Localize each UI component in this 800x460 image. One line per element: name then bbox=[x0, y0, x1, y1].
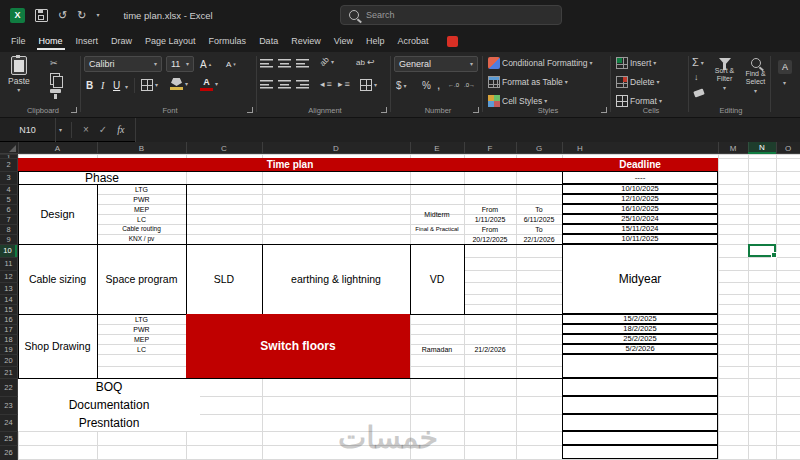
row-header-13[interactable]: 13 bbox=[0, 282, 17, 294]
increase-font-button[interactable]: A ▴ bbox=[200, 59, 211, 70]
underline-chevron-icon[interactable]: ▾ bbox=[125, 84, 128, 90]
orientation-button[interactable]: ab ▾ bbox=[320, 57, 334, 66]
styles-dialog-launcher[interactable] bbox=[601, 107, 607, 113]
conditional-formatting-button[interactable]: Conditional Formatting ▾ bbox=[488, 57, 593, 69]
row-header-17[interactable]: 17 bbox=[0, 324, 17, 334]
row-header-18[interactable]: 18 bbox=[0, 334, 17, 344]
cell-midterm-to-date[interactable]: 6/11/2025 bbox=[516, 214, 562, 224]
cell-vd[interactable]: VD bbox=[410, 244, 464, 314]
row-header-20[interactable]: 20 bbox=[0, 354, 17, 366]
cell-cable-sizing[interactable]: Cable sizing bbox=[18, 244, 97, 314]
cell-pwr[interactable]: PWR bbox=[97, 194, 186, 204]
cell-shop-drawing[interactable]: Shop Drawing bbox=[18, 314, 97, 378]
align-top-button[interactable] bbox=[260, 59, 273, 68]
paste-button[interactable]: Paste ▾ bbox=[8, 56, 30, 93]
row-header-16[interactable]: 16 bbox=[0, 314, 17, 324]
row-header-24[interactable]: 24 bbox=[0, 414, 17, 431]
cell-deadline-r8[interactable]: 15/11/2024 bbox=[562, 224, 718, 234]
align-center-button[interactable] bbox=[278, 80, 291, 89]
row-header-8[interactable]: 8 bbox=[0, 224, 17, 234]
name-box[interactable]: N10 bbox=[0, 118, 56, 142]
deadline-empty-cell[interactable] bbox=[562, 396, 718, 414]
row-header-21[interactable]: 21 bbox=[0, 366, 17, 378]
chevron-down-icon[interactable]: ▾ bbox=[783, 80, 786, 86]
alignment-dialog-launcher[interactable] bbox=[381, 107, 387, 113]
row-header-9[interactable]: 9 bbox=[0, 234, 17, 244]
cell-deadline-r4[interactable]: 10/10/2025 bbox=[562, 184, 718, 194]
column-header-M[interactable]: M bbox=[718, 142, 748, 154]
font-name-select[interactable]: Calibri ▾ bbox=[84, 56, 162, 72]
cell-midyear[interactable]: Midyear bbox=[562, 244, 718, 314]
align-bottom-button[interactable] bbox=[296, 59, 309, 68]
autosum-button[interactable]: Σ ▾ bbox=[692, 57, 704, 68]
tab-acrobat[interactable]: Acrobat bbox=[397, 32, 430, 50]
cell-deadline-r17[interactable]: 18/2/2025 bbox=[562, 324, 718, 334]
cell-deadline-r7[interactable]: 25/10/2024 bbox=[562, 214, 718, 224]
tab-home[interactable]: Home bbox=[38, 32, 64, 50]
column-header-N[interactable]: N bbox=[748, 142, 776, 154]
save-icon[interactable] bbox=[35, 9, 48, 22]
currency-button[interactable]: $ ▾ bbox=[396, 80, 407, 91]
cell-phase[interactable]: Phase bbox=[18, 171, 186, 184]
row-header-7[interactable]: 7 bbox=[0, 214, 17, 224]
insert-button[interactable]: Insert ▾ bbox=[616, 57, 656, 69]
undo-icon[interactable]: ↺ bbox=[58, 9, 67, 22]
cell-ltg[interactable]: LTG bbox=[97, 314, 186, 324]
cell-deadline-r9[interactable]: 10/11/2025 bbox=[562, 234, 718, 244]
deadline-empty-cell[interactable] bbox=[562, 378, 718, 396]
format-as-table-button[interactable]: Format as Table ▾ bbox=[488, 76, 568, 88]
decrease-font-button[interactable]: A ▾ bbox=[226, 60, 236, 69]
row-header-22[interactable]: 22 bbox=[0, 378, 17, 396]
cell-lc[interactable]: LC bbox=[97, 344, 186, 354]
align-left-button[interactable] bbox=[260, 80, 273, 89]
tab-file[interactable]: File bbox=[10, 32, 27, 50]
formula-input[interactable] bbox=[135, 118, 800, 142]
cell-time-plan[interactable]: Time plan bbox=[18, 158, 562, 171]
row-header-4[interactable]: 4 bbox=[0, 184, 17, 194]
cell-lc[interactable]: LC bbox=[97, 214, 186, 224]
cell-to[interactable]: To bbox=[516, 204, 562, 214]
deadline-empty-cell[interactable] bbox=[562, 354, 718, 378]
bold-button[interactable]: B bbox=[86, 80, 93, 91]
find-select-button[interactable]: Find & Select ▾ bbox=[741, 58, 770, 94]
wrap-text-button[interactable]: ab ↩ bbox=[356, 58, 374, 67]
cell-final-to-date[interactable]: 22/1/2026 bbox=[516, 234, 562, 244]
increase-decimal-button[interactable]: ←.0 bbox=[448, 82, 459, 88]
delete-button[interactable]: Delete ▾ bbox=[616, 76, 660, 88]
cell-deadline-r18[interactable]: 25/2/2025 bbox=[562, 334, 718, 344]
tab-review[interactable]: Review bbox=[290, 32, 322, 50]
cell-from[interactable]: From bbox=[464, 224, 516, 234]
overflow-button[interactable]: A bbox=[778, 60, 792, 74]
column-header-D[interactable]: D bbox=[262, 142, 410, 154]
insert-function-icon[interactable]: fx bbox=[117, 124, 124, 135]
selected-cell-N10[interactable] bbox=[748, 244, 776, 257]
cell-knx-pv[interactable]: KNX / pv bbox=[97, 234, 186, 244]
row-header-12[interactable]: 12 bbox=[0, 270, 17, 282]
tab-help[interactable]: Help bbox=[365, 32, 386, 50]
increase-indent-button[interactable]: ▸ ≡ bbox=[338, 80, 350, 89]
row-header-25[interactable]: 25 bbox=[0, 431, 17, 445]
cell-from[interactable]: From bbox=[464, 204, 516, 214]
cell-to[interactable]: To bbox=[516, 224, 562, 234]
cell-documentation[interactable]: Documentation bbox=[18, 396, 200, 414]
cell-deadline-dash[interactable]: ---- bbox=[562, 171, 718, 184]
cancel-icon[interactable]: × bbox=[83, 124, 89, 135]
format-painter-button[interactable] bbox=[50, 89, 61, 93]
cell-deadline-r6[interactable]: 16/10/2025 bbox=[562, 204, 718, 214]
tab-draw[interactable]: Draw bbox=[110, 32, 133, 50]
font-dialog-launcher[interactable] bbox=[247, 107, 253, 113]
select-all-corner[interactable] bbox=[9, 145, 16, 152]
font-size-select[interactable]: 11 ▾ bbox=[166, 56, 194, 72]
comma-button[interactable]: , bbox=[437, 78, 440, 92]
cell-midterm[interactable]: Midterm bbox=[410, 204, 464, 224]
cell-midterm-from-date[interactable]: 1/11/2025 bbox=[464, 214, 516, 224]
align-right-button[interactable] bbox=[296, 80, 309, 89]
copy-button[interactable] bbox=[50, 73, 60, 85]
cell-mep[interactable]: MEP bbox=[97, 334, 186, 344]
decrease-indent-button[interactable]: ◂ ≡ bbox=[320, 80, 332, 89]
tab-data[interactable]: Data bbox=[258, 32, 279, 50]
row-header-3[interactable]: 3 bbox=[0, 171, 17, 184]
column-header-E[interactable]: E bbox=[410, 142, 464, 154]
column-header-F[interactable]: F bbox=[464, 142, 516, 154]
row-header-10[interactable]: 10 bbox=[0, 244, 17, 257]
